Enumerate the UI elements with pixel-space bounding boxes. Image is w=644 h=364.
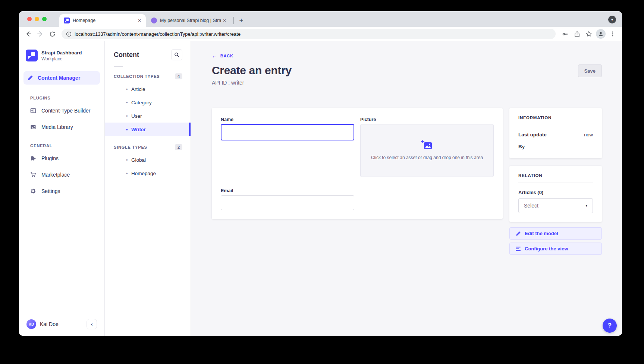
zoom-window-button[interactable]	[42, 17, 47, 21]
search-icon	[174, 52, 179, 57]
name-field-group: Name Email	[221, 117, 354, 210]
tab-close-icon[interactable]: ×	[136, 17, 143, 24]
subnav-item-global[interactable]: Global	[105, 153, 191, 167]
cart-icon	[30, 172, 36, 178]
puzzle-icon	[30, 155, 36, 161]
subnav-item-label: Homepage	[131, 171, 156, 176]
by-row: By -	[518, 144, 593, 149]
nav-item-label: Marketplace	[41, 172, 70, 178]
nav-item-media-library[interactable]: Media Library	[19, 119, 104, 135]
layout-icon	[30, 108, 36, 114]
chevron-down-icon: ▾	[585, 204, 587, 208]
divider	[19, 68, 104, 68]
password-key-icon[interactable]	[560, 29, 570, 39]
nav-item-settings[interactable]: Settings	[19, 183, 104, 199]
last-update-label: Last update	[518, 132, 547, 137]
group-label-collection-types: COLLECTION TYPES	[114, 74, 160, 79]
subnav-item-label: Article	[131, 86, 145, 92]
tab-strip: Homepage × My personal Strapi blog | Str…	[19, 11, 622, 27]
edit-model-button[interactable]: Edit the model	[509, 227, 602, 240]
browser-menu-icon[interactable]	[608, 29, 618, 39]
browser-window: Homepage × My personal Strapi blog | Str…	[19, 11, 622, 336]
collapse-sidebar-button[interactable]: ‹	[87, 319, 97, 329]
articles-select[interactable]: Select ▾	[518, 198, 593, 213]
configure-view-label: Configure the view	[525, 246, 568, 251]
nav-item-label: Content-Type Builder	[41, 108, 91, 114]
bookmark-star-icon[interactable]	[584, 29, 594, 39]
collection-types-count-badge: 4	[175, 73, 182, 79]
content-sub-nav: Content COLLECTION TYPES 4 Article Categ…	[105, 41, 191, 336]
email-input[interactable]	[221, 195, 354, 210]
subnav-item-label: Global	[131, 157, 146, 163]
articles-relation-label: Articles (0)	[518, 190, 593, 195]
subnav-item-article[interactable]: Article	[105, 82, 191, 96]
new-tab-button[interactable]: +	[236, 16, 246, 25]
close-window-button[interactable]	[27, 17, 32, 21]
image-icon	[30, 124, 36, 130]
nav-item-label: Settings	[41, 188, 60, 194]
email-label: Email	[221, 188, 354, 193]
subnav-item-writer[interactable]: Writer	[105, 123, 191, 136]
brand-subtitle: Workplace	[41, 56, 82, 61]
email-field-group: Email	[221, 188, 354, 210]
edit-model-label: Edit the model	[525, 231, 558, 236]
tabs: Homepage × My personal Strapi blog | Str…	[59, 14, 246, 27]
share-icon[interactable]	[572, 29, 582, 39]
subnav-item-label: User	[131, 113, 142, 119]
nav-item-plugins[interactable]: Plugins	[19, 150, 104, 167]
brand: Strapi Dashboard Workplace	[19, 41, 104, 68]
add-image-icon	[421, 140, 433, 150]
search-button[interactable]	[171, 49, 182, 60]
pen-icon	[27, 75, 33, 81]
page-title: Create an entry	[212, 64, 622, 77]
tab-title: My personal Strapi blog | Strap	[160, 18, 221, 23]
save-button[interactable]: Save	[578, 64, 602, 77]
main-content: ← BACK Create an entry API ID : writer S…	[191, 41, 622, 336]
help-button[interactable]: ?	[603, 319, 617, 333]
tab-separator	[233, 17, 234, 24]
back-arrow-icon: ←	[212, 53, 217, 59]
url-bar[interactable]: localhost:1337/admin/content-manager/col…	[62, 29, 556, 39]
tab-close-icon[interactable]: ×	[221, 17, 228, 24]
tab-homepage[interactable]: Homepage ×	[59, 14, 146, 27]
divider	[518, 125, 593, 125]
nav-item-content-type-builder[interactable]: Content-Type Builder	[19, 102, 104, 119]
name-input[interactable]	[221, 124, 354, 140]
reload-icon[interactable]	[47, 29, 57, 39]
brand-title: Strapi Dashboard	[41, 50, 82, 56]
nav-item-content-manager[interactable]: Content Manager	[23, 71, 100, 85]
subnav-item-category[interactable]: Category	[105, 96, 191, 109]
divider	[518, 183, 593, 183]
group-label-single-types: SINGLE TYPES	[114, 145, 147, 149]
strapi-admin: Strapi Dashboard Workplace Content Manag…	[19, 41, 622, 336]
pencil-icon	[516, 231, 521, 236]
tab-strapi-blog[interactable]: My personal Strapi blog | Strap ×	[146, 14, 231, 27]
nav-item-marketplace[interactable]: Marketplace	[19, 167, 104, 183]
information-card: INFORMATION Last update now By -	[509, 108, 602, 158]
tab-search-button[interactable]: ▼	[608, 16, 616, 23]
nav-item-label: Content Manager	[38, 75, 80, 81]
minimize-window-button[interactable]	[35, 17, 39, 21]
by-value: -	[591, 144, 593, 149]
relation-card: RELATION Articles (0) Select ▾	[509, 166, 602, 222]
back-icon[interactable]	[23, 29, 33, 39]
single-types-count-badge: 2	[175, 144, 182, 150]
browser-profile-avatar[interactable]	[596, 29, 606, 39]
picture-upload-dropzone[interactable]: Click to select an asset or drag and dro…	[360, 124, 494, 177]
subnav-item-homepage[interactable]: Homepage	[105, 167, 191, 180]
last-update-value: now	[584, 132, 593, 137]
last-update-row: Last update now	[518, 132, 593, 137]
back-link[interactable]: ← BACK	[212, 53, 233, 59]
subnav-item-label: Category	[131, 100, 152, 105]
subnav-item-user[interactable]: User	[105, 109, 191, 123]
picture-field-group: Picture Click to select an asset or drag…	[360, 117, 494, 210]
forward-icon[interactable]	[35, 29, 45, 39]
main-nav: Strapi Dashboard Workplace Content Manag…	[19, 41, 105, 336]
strapi-favicon-icon	[64, 18, 70, 23]
configure-view-button[interactable]: Configure the view	[509, 243, 602, 255]
strapi-logo-icon	[26, 50, 38, 61]
configure-lines-icon	[516, 247, 521, 251]
tab-title: Homepage	[73, 18, 136, 23]
name-label: Name	[221, 117, 354, 122]
nav-section-plugins: PLUGINS	[19, 88, 104, 102]
